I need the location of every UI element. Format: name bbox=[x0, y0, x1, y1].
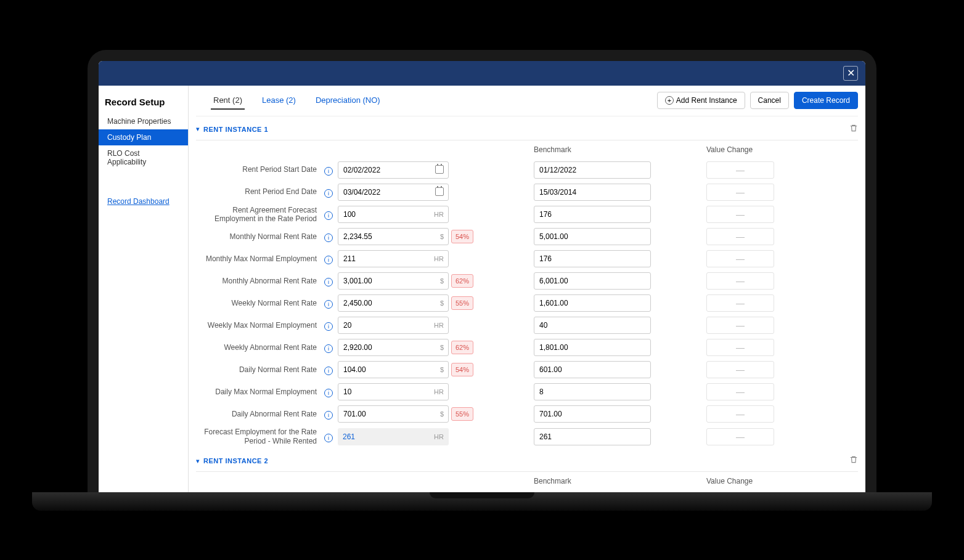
form-row: Weekly Max Normal Employment i HR — bbox=[196, 314, 858, 336]
field-label: Daily Abnormal Rent Rate bbox=[196, 410, 319, 418]
form-row: Rent Agreement Forecast Employment in th… bbox=[196, 203, 858, 226]
benchmark-input[interactable] bbox=[534, 228, 651, 245]
field-label: Rent Period Start Date bbox=[196, 165, 319, 174]
tab-lease[interactable]: Lease (2) bbox=[259, 92, 298, 110]
info-icon[interactable]: i bbox=[324, 411, 333, 420]
chevron-down-icon: ▾ bbox=[196, 457, 200, 465]
info-icon[interactable]: i bbox=[324, 189, 333, 198]
info-wrap: i bbox=[319, 164, 338, 176]
section-header[interactable]: ▾ RENT INSTANCE 1 bbox=[196, 116, 858, 140]
variance-badge: 54% bbox=[451, 230, 473, 243]
column-headers: Benchmark Value Change bbox=[196, 472, 858, 490]
add-rent-instance-button[interactable]: + Add Rent Instance bbox=[657, 92, 745, 109]
info-icon[interactable]: i bbox=[324, 233, 333, 242]
trash-icon[interactable] bbox=[849, 124, 858, 135]
value-input[interactable] bbox=[338, 272, 449, 290]
input-wrap: $ bbox=[338, 272, 449, 290]
topbar: Rent (2) Lease (2) Depreciation (NO) + A… bbox=[196, 86, 858, 116]
calendar-icon[interactable] bbox=[435, 165, 444, 175]
value-change-cell: — bbox=[706, 184, 774, 201]
value-change-cell: — bbox=[706, 228, 774, 245]
info-icon[interactable]: i bbox=[324, 278, 333, 286]
value-input[interactable] bbox=[338, 405, 449, 423]
benchmark-input[interactable] bbox=[534, 361, 651, 378]
value-input[interactable] bbox=[338, 161, 449, 179]
field-label: Rent Period End Date bbox=[196, 187, 319, 196]
tab-depreciation[interactable]: Depreciation (NO) bbox=[313, 92, 383, 110]
value-change-cell: — bbox=[706, 250, 774, 267]
value-change-cell: — bbox=[706, 383, 774, 400]
value-input[interactable] bbox=[338, 184, 449, 201]
info-icon[interactable]: i bbox=[324, 344, 333, 353]
titlebar: ✕ bbox=[99, 61, 865, 86]
sidebar-item-custody-plan[interactable]: Custody Plan bbox=[99, 129, 188, 145]
info-icon[interactable]: i bbox=[324, 367, 333, 375]
unit-suffix: $ bbox=[440, 410, 444, 418]
section-title: RENT INSTANCE 1 bbox=[203, 126, 268, 133]
info-wrap: i bbox=[319, 342, 338, 353]
unit-suffix: HR bbox=[434, 322, 444, 329]
unit-suffix: HR bbox=[434, 433, 444, 440]
value-input[interactable] bbox=[338, 250, 449, 267]
input-wrap: $ bbox=[338, 361, 449, 378]
info-wrap: i bbox=[319, 386, 338, 397]
info-icon[interactable]: i bbox=[324, 167, 333, 176]
sidebar-title: Record Setup bbox=[99, 93, 188, 113]
value-input[interactable] bbox=[338, 228, 449, 245]
unit-suffix: $ bbox=[440, 233, 444, 240]
tab-rent[interactable]: Rent (2) bbox=[211, 92, 245, 110]
benchmark-input[interactable] bbox=[534, 272, 651, 290]
benchmark-input[interactable] bbox=[534, 405, 651, 423]
close-icon: ✕ bbox=[847, 67, 855, 79]
input-wrap: $ bbox=[338, 339, 449, 356]
form-row: Monthly Abnormal Rent Rate i $ 62% — bbox=[196, 270, 858, 292]
benchmark-input[interactable] bbox=[534, 250, 651, 267]
info-icon[interactable]: i bbox=[324, 300, 333, 309]
field-label: Forecast Employment for the Rate Period … bbox=[196, 428, 319, 445]
value-input[interactable] bbox=[338, 361, 449, 378]
close-button[interactable]: ✕ bbox=[843, 66, 858, 81]
trash-icon[interactable] bbox=[849, 455, 858, 466]
benchmark-input[interactable] bbox=[534, 294, 651, 312]
benchmark-input[interactable] bbox=[534, 317, 651, 334]
value-input[interactable] bbox=[338, 383, 449, 400]
value-input[interactable] bbox=[338, 206, 449, 223]
info-icon[interactable]: i bbox=[324, 256, 333, 264]
value-change-cell: — bbox=[706, 339, 774, 356]
unit-suffix: $ bbox=[440, 299, 444, 307]
record-dashboard-link[interactable]: Record Dashboard bbox=[99, 189, 178, 214]
benchmark-input[interactable] bbox=[534, 428, 651, 445]
value-change-cell: — bbox=[706, 428, 774, 445]
value-change-cell: — bbox=[706, 272, 774, 290]
cancel-button[interactable]: Cancel bbox=[750, 92, 789, 109]
info-icon[interactable]: i bbox=[324, 434, 333, 442]
benchmark-input[interactable] bbox=[534, 206, 651, 223]
value-input[interactable] bbox=[338, 339, 449, 356]
benchmark-input[interactable] bbox=[534, 161, 651, 179]
value-input[interactable] bbox=[338, 317, 449, 334]
benchmark-input[interactable] bbox=[534, 339, 651, 356]
calendar-icon[interactable] bbox=[435, 187, 444, 197]
create-record-button[interactable]: Create Record bbox=[794, 92, 858, 109]
sidebar-item-machine-properties[interactable]: Machine Properties bbox=[99, 113, 188, 129]
benchmark-input[interactable] bbox=[534, 383, 651, 400]
form-row: Daily Max Normal Employment i HR — bbox=[196, 381, 858, 403]
info-icon[interactable]: i bbox=[324, 211, 333, 220]
value-input[interactable] bbox=[338, 294, 449, 312]
benchmark-input[interactable] bbox=[534, 184, 651, 201]
info-wrap: i bbox=[319, 364, 338, 375]
value-change-header: Value Change bbox=[706, 477, 774, 485]
input-wrap: HR bbox=[338, 250, 449, 267]
input-wrap: $ bbox=[338, 405, 449, 423]
value-change-header: Value Change bbox=[706, 145, 774, 154]
info-icon[interactable]: i bbox=[324, 322, 333, 331]
info-icon[interactable]: i bbox=[324, 389, 333, 397]
section-title: RENT INSTANCE 2 bbox=[203, 457, 268, 465]
variance-badge: 54% bbox=[451, 363, 473, 376]
section-header[interactable]: ▾ RENT INSTANCE 2 bbox=[196, 448, 858, 472]
input-wrap: HR bbox=[338, 428, 449, 445]
unit-suffix: $ bbox=[440, 366, 444, 373]
sidebar-item-rlo-cost[interactable]: RLO Cost Applicability bbox=[99, 145, 188, 170]
form-row: Daily Normal Rent Rate i $ 54% — bbox=[196, 359, 858, 381]
info-wrap: i bbox=[319, 408, 338, 420]
